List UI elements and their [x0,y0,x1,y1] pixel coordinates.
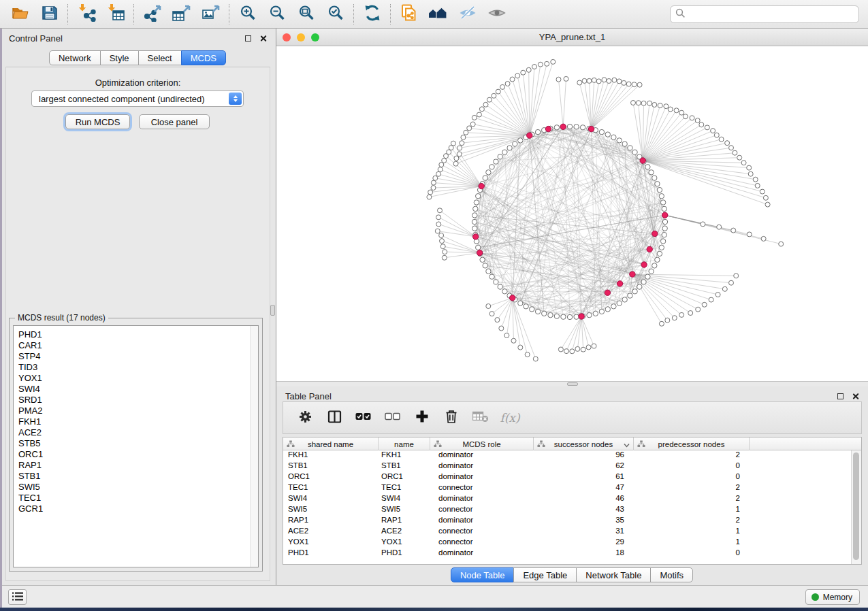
network-canvas[interactable] [276,46,868,380]
mcds-result-item[interactable]: STB5 [18,438,258,449]
mcds-result-item[interactable]: TEC1 [18,493,258,503]
unselect-all-columns-button[interactable] [385,410,401,426]
mcds-result-title: MCDS result (17 nodes) [15,313,108,323]
table-row[interactable]: PHD1PHD1dominator180 [283,548,861,559]
mcds-result-item[interactable]: TID3 [18,362,258,373]
column-header-shared-name[interactable]: shared name [283,437,379,450]
table-scrollbar-thumb[interactable] [853,452,859,560]
mcds-result-item[interactable]: STB1 [18,471,258,482]
table-row[interactable]: ACE2ACE2connector311 [283,527,861,538]
table-cell: FKH1 [379,450,430,461]
vertical-splitter-handle[interactable] [270,305,275,316]
mcds-result-item[interactable]: CAR1 [18,340,258,351]
mcds-result-item[interactable]: FKH1 [18,416,258,427]
table-row[interactable]: YOX1YOX1connector291 [283,538,861,548]
toggle-panes-button[interactable] [326,410,342,426]
hide-selected-button[interactable] [453,2,482,27]
table-cell: ACE2 [379,527,430,538]
tab-style[interactable]: Style [100,50,139,65]
table-row[interactable]: SWI5SWI5connector431 [283,505,861,516]
table-row[interactable]: ORC1ORC1dominator610 [283,472,861,483]
import-table-icon [106,3,125,24]
open-network-button[interactable] [5,2,35,27]
panel-list-button[interactable] [8,589,27,605]
table-header-row: shared namename MCDS role successor node… [283,437,861,450]
table-row[interactable]: FKH1FKH1dominator962 [283,450,861,461]
toolbar-divider [67,4,68,24]
status-bar: Memory [0,585,868,608]
zoom-fit-button[interactable] [291,2,321,27]
table-row[interactable]: TEC1TEC1connector472 [283,483,861,494]
refresh-button[interactable] [357,2,387,27]
first-neighbors-button[interactable] [423,2,453,27]
control-panel-titlebar: Control Panel [0,29,276,48]
export-image-button[interactable] [196,2,225,27]
table-row[interactable]: RAP1RAP1dominator352 [283,516,861,527]
mcds-result-item[interactable]: PHD1 [18,329,258,340]
control-panel-tabs: NetworkStyleSelectMCDS [0,50,276,65]
close-panel-button[interactable]: Close panel [139,114,210,129]
delete-table-button [472,410,489,426]
mcds-result-item[interactable]: RAP1 [18,460,258,471]
tab-network-table[interactable]: Network Table [576,567,651,582]
select-all-columns-button[interactable] [355,410,372,426]
tab-motifs[interactable]: Motifs [650,567,693,582]
add-column-button[interactable] [414,410,430,426]
close-panel-icon[interactable] [259,35,267,42]
tab-node-table[interactable]: Node Table [451,567,515,582]
show-all-button[interactable] [482,2,511,27]
search-input[interactable] [686,10,858,20]
column-header-predecessor-nodes[interactable]: predecessor nodes [634,437,750,450]
zoom-selected-button[interactable] [321,2,350,27]
tab-edge-table[interactable]: Edge Table [513,567,577,582]
column-header-successor-nodes[interactable]: successor nodes [534,437,634,450]
column-header-MCDS-role[interactable]: MCDS role [430,437,534,450]
tab-select[interactable]: Select [138,50,182,65]
mcds-result-item[interactable]: ACE2 [18,427,258,438]
save-session-button[interactable] [35,2,64,27]
column-header-label: name [394,440,414,448]
export-network-button[interactable] [138,2,167,27]
close-panel-icon[interactable] [852,393,859,400]
table-cell: RAP1 [283,516,379,527]
mcds-result-item[interactable]: SWI5 [18,482,258,493]
import-network-button[interactable] [71,2,101,27]
mcds-list-scrollbar[interactable] [250,326,258,567]
tab-network[interactable]: Network [49,50,101,65]
gear-icon [298,410,312,427]
mcds-result-item[interactable]: SRD1 [18,395,258,406]
mcds-tab-content: Optimization criterion: largest connecte… [5,67,270,581]
mcds-result-item[interactable]: PMA2 [18,406,258,416]
network-view-titlebar: YPA_prune.txt_1 [276,29,868,46]
table-cell: SWI5 [283,505,379,516]
control-panel-title: Control Panel [9,33,63,44]
table-row[interactable]: STB1STB1dominator620 [283,461,861,472]
table-scrollbar[interactable] [851,450,861,564]
tab-mcds[interactable]: MCDS [181,50,226,65]
mcds-result-item[interactable]: SWI4 [18,384,258,395]
mcds-result-item[interactable]: YOX1 [18,373,258,384]
column-header-name[interactable]: name [379,437,430,450]
delete-column-button[interactable] [443,410,460,426]
network-graph[interactable] [276,46,868,380]
float-panel-icon[interactable] [837,393,843,399]
mcds-result-item[interactable]: ORC1 [18,449,258,460]
mcds-result-item[interactable]: GCR1 [18,503,258,514]
optimization-criterion-select[interactable]: largest connected component (undirected) [31,90,244,107]
clone-network-button[interactable] [394,2,423,27]
table-cell: 96 [534,450,634,461]
run-mcds-button[interactable]: Run MCDS [65,114,130,129]
float-panel-icon[interactable] [245,35,251,42]
zoom-out-button[interactable] [262,2,291,27]
sort-caret-icon[interactable] [624,441,630,449]
horizontal-splitter-handle[interactable] [567,382,578,386]
horizontal-splitter[interactable] [276,381,868,386]
import-table-button[interactable] [101,2,130,27]
export-table-button[interactable] [167,2,196,27]
table-row[interactable]: SWI4SWI4dominator462 [283,494,861,505]
memory-button[interactable]: Memory [805,589,860,605]
table-cell: 43 [534,505,634,516]
table-settings-button[interactable] [297,410,313,426]
mcds-result-item[interactable]: STP4 [18,351,258,362]
zoom-in-button[interactable] [233,2,262,27]
